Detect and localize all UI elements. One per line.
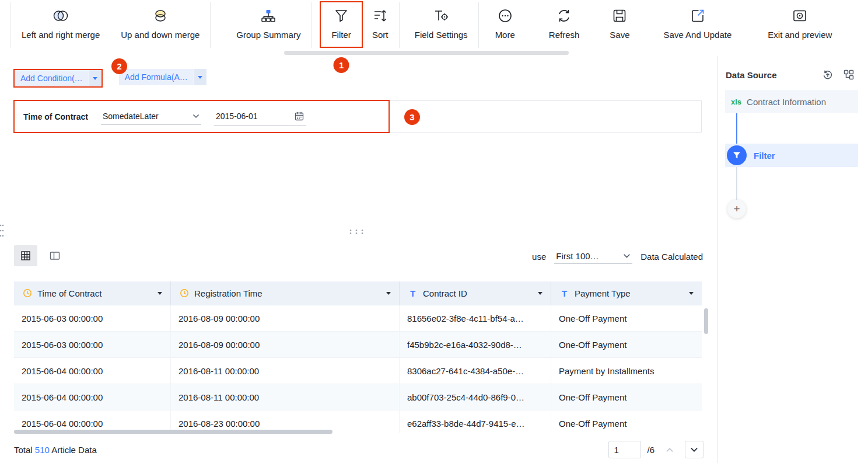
table-vertical-scrollbar[interactable]	[704, 308, 708, 334]
toolbar-item-up-down-merge[interactable]: Up and down merge	[110, 0, 210, 56]
node-connector-line	[736, 113, 737, 144]
column-header-contract-id[interactable]: T Contract ID	[400, 281, 551, 305]
main-area: Add Condition(… 2 Add Formula(A… Time of…	[0, 56, 868, 463]
toolbar-item-label: Filter	[331, 30, 351, 40]
column-header-label: Contract ID	[423, 288, 467, 298]
toolbar-item-label: Save	[610, 30, 629, 40]
add-formula-dropdown[interactable]	[194, 69, 206, 85]
split-view-icon	[49, 250, 61, 262]
toolbar-item-exit-and-preview[interactable]: Exit and preview	[757, 0, 842, 56]
column-dropdown-icon[interactable]	[158, 292, 162, 295]
toolbar-item-save-and-update[interactable]: Save And Update	[653, 0, 743, 56]
total-count-text: Total 510 Article Data	[14, 445, 97, 455]
table-cell: One-Off Payment	[551, 332, 702, 358]
preview-footer: Total 510 Article Data /6	[14, 440, 704, 459]
table-cell: 81656e02-3f8e-4c11-bf54-a…	[400, 305, 551, 332]
table-cell: 2015-06-04 00:00:00	[14, 358, 171, 384]
panel-resize-handle-center[interactable]	[348, 227, 365, 236]
column-dropdown-icon[interactable]	[538, 292, 542, 295]
toolbar-item-label: Refresh	[549, 30, 580, 40]
toolbar-item-save[interactable]: Save	[599, 0, 640, 56]
chevron-down-icon	[623, 253, 631, 259]
page-down-button[interactable]	[685, 441, 704, 458]
table-cell: 2016-08-11 00:00:00	[171, 384, 400, 410]
text-type-icon: T	[408, 288, 418, 298]
table-horizontal-scrollbar[interactable]	[14, 430, 332, 434]
exit-preview-icon	[792, 7, 808, 25]
toolbar-item-refresh[interactable]: Refresh	[538, 0, 590, 56]
toolbar-item-label: Save And Update	[664, 30, 732, 40]
column-header-time-of-contract[interactable]: Time of Contract	[14, 281, 171, 305]
preview-settings-row: use First 100… Data Calculated	[532, 249, 703, 264]
node-connector-line	[736, 167, 737, 200]
condition-operator-select[interactable]: SomedateLater	[101, 108, 201, 125]
table-cell: Payment by Installments	[551, 358, 702, 384]
table-cell: 2016-08-09 00:00:00	[171, 305, 400, 332]
toolbar-item-left-right-merge[interactable]: Left and right merge	[11, 0, 110, 56]
source-node-label: Contract Information	[747, 97, 826, 107]
toolbar-scrollbar[interactable]	[284, 51, 569, 55]
page-input[interactable]	[608, 441, 641, 458]
toolbar-separator	[311, 2, 312, 48]
toolbar-item-field-settings[interactable]: Field Settings	[404, 0, 478, 56]
update-icon[interactable]	[822, 69, 834, 81]
filter-node-label: Filter	[754, 151, 775, 161]
refresh-icon	[556, 7, 572, 25]
annotation-step-3: 3	[404, 109, 420, 125]
add-condition-dropdown[interactable]	[89, 70, 102, 86]
total-suffix: Article Data	[51, 445, 97, 455]
condition-field-label: Time of Contract	[23, 112, 88, 121]
use-label: use	[532, 252, 546, 262]
column-dropdown-icon[interactable]	[689, 292, 694, 295]
data-status-label: Data Calculated	[640, 252, 703, 262]
table-cell: 2016-08-11 00:00:00	[171, 358, 400, 384]
table-cell: 2015-06-04 00:00:00	[14, 384, 171, 410]
panel-header-icons	[822, 69, 855, 81]
filter-icon	[333, 7, 349, 25]
column-dropdown-icon[interactable]	[386, 292, 391, 295]
table-cell: One-Off Payment	[551, 410, 702, 433]
clock-icon	[22, 288, 32, 298]
table-cell: ab00f703-25c4-44d0-86f9-0…	[400, 384, 551, 410]
grid-view-button[interactable]	[14, 245, 37, 266]
table-row: 2015-06-03 00:00:00 2016-08-09 00:00:00 …	[14, 305, 702, 332]
add-formula-button[interactable]: Add Formula(A…	[119, 69, 206, 85]
xls-file-icon: xls	[731, 98, 741, 106]
group-summary-icon	[260, 7, 276, 25]
chevron-down-icon	[198, 76, 202, 79]
clock-icon	[179, 288, 189, 298]
filter-node-circle	[727, 145, 747, 165]
chevron-down-icon	[93, 77, 97, 80]
row-limit-select[interactable]: First 100…	[554, 249, 632, 264]
column-header-label: Registration Time	[194, 288, 262, 298]
condition-date-input[interactable]: 2015-06-01	[214, 107, 306, 126]
annotation-step-1: 1	[334, 57, 349, 73]
toolbar-separator	[478, 2, 479, 48]
toolbar-item-group-summary[interactable]: Group Summary	[226, 0, 311, 56]
toolbar-item-filter[interactable]: Filter 1	[321, 0, 361, 56]
column-header-payment-type[interactable]: T Payment Type	[551, 281, 702, 305]
filter-step-node[interactable]: Filter	[725, 144, 858, 167]
table-row: 2015-06-04 00:00:00 2016-08-11 00:00:00 …	[14, 384, 702, 410]
toolbar-item-label: Exit and preview	[768, 30, 832, 40]
add-step-button[interactable]: +	[727, 200, 746, 218]
layout-icon[interactable]	[843, 69, 855, 81]
toolbar-separator	[399, 2, 400, 48]
table-body: 2015-06-03 00:00:00 2016-08-09 00:00:00 …	[14, 305, 702, 433]
column-header-registration-time[interactable]: Registration Time	[171, 281, 400, 305]
toolbar-separator	[210, 2, 211, 48]
toolbar-item-more[interactable]: More	[485, 0, 526, 56]
add-condition-button[interactable]: Add Condition(…	[15, 70, 102, 86]
column-header-label: Payment Type	[575, 288, 631, 298]
toolbar-item-label: More	[495, 30, 515, 40]
split-view-button[interactable]	[43, 245, 66, 266]
panel-title: Data Source	[726, 70, 777, 80]
pagination: /6	[608, 441, 704, 458]
toolbar-item-label: Left and right merge	[22, 30, 100, 40]
page-up-button[interactable]	[660, 441, 679, 458]
field-settings-icon	[433, 7, 449, 25]
panel-resize-handle-left[interactable]	[0, 223, 4, 240]
toolbar-item-sort[interactable]: Sort	[362, 0, 399, 56]
up-down-merge-icon	[152, 7, 169, 25]
source-node-contract-information[interactable]: xls Contract Information	[725, 90, 858, 113]
